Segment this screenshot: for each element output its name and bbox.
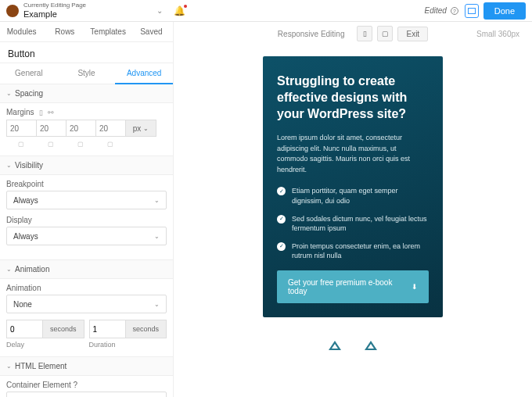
tab-saved[interactable]: Saved: [130, 22, 173, 41]
duration-label: Duration: [89, 341, 167, 349]
help-icon[interactable]: ?: [451, 7, 458, 15]
display-select[interactable]: Always⌄: [6, 227, 167, 245]
settings-sidebar: Modules Rows Templates Saved Button Gene…: [0, 22, 174, 397]
animation-select[interactable]: None⌄: [6, 295, 167, 313]
section-spacing[interactable]: ⌄Spacing: [0, 84, 173, 103]
canvas-toolbar: Responsive Editing ▯ ▢ Exit Small 360px: [174, 22, 532, 45]
margin-left-input[interactable]: [95, 120, 125, 137]
cta-button[interactable]: Get your free premium e-book today⬇: [277, 270, 429, 303]
module-title: Button: [0, 42, 173, 63]
duration-unit: seconds: [125, 320, 167, 338]
viewport-size: Small 360px: [476, 30, 519, 38]
display-label: Display: [6, 216, 167, 224]
avatar[interactable]: [6, 5, 19, 17]
help-icon[interactable]: ?: [74, 381, 78, 389]
preview-headline: Struggling to create effective designs w…: [277, 73, 429, 122]
list-item: ✓Proin tempus consectetur enim, ea lorem…: [277, 241, 429, 261]
margin-bottom-input[interactable]: [66, 120, 95, 137]
notifications-icon[interactable]: 🔔: [174, 5, 185, 16]
chevron-down-icon: ⌄: [6, 266, 12, 273]
animation-label: Animation: [6, 284, 167, 292]
subtab-advanced[interactable]: Advanced: [115, 63, 173, 84]
preview-lead: Lorem ipsum dolor sit amet, consectetur …: [277, 133, 429, 175]
preview-canvas: Responsive Editing ▯ ▢ Exit Small 360px …: [174, 22, 532, 397]
subtab-general[interactable]: General: [0, 63, 58, 84]
margin-unit-select[interactable]: px⌄: [125, 120, 156, 137]
topbar: Currently Editing Page Example ⌄ 🔔 Edite…: [0, 0, 532, 22]
container-element-select[interactable]: <div>⌄: [6, 392, 167, 397]
sub-tabs: General Style Advanced: [0, 63, 173, 84]
section-visibility[interactable]: ⌄Visibility: [0, 156, 173, 175]
layout-icon[interactable]: [465, 4, 479, 18]
margin-right-input[interactable]: [36, 120, 66, 137]
chevron-down-icon: ⌄: [6, 363, 12, 370]
section-html-element[interactable]: ⌄HTML Element: [0, 357, 173, 376]
check-icon: ✓: [277, 187, 286, 195]
logo-row: [263, 333, 443, 352]
page-name: Example: [23, 9, 86, 19]
page-title-block[interactable]: Currently Editing Page Example: [23, 2, 86, 19]
exit-button[interactable]: Exit: [397, 27, 428, 41]
tab-templates[interactable]: Templates: [87, 22, 130, 41]
device-phone-icon[interactable]: ▯: [357, 26, 372, 41]
tab-rows[interactable]: Rows: [43, 22, 86, 41]
delay-label: Delay: [6, 341, 84, 349]
check-icon: ✓: [277, 242, 286, 251]
section-animation[interactable]: ⌄Animation: [0, 260, 173, 279]
delay-unit: seconds: [42, 320, 84, 338]
chevron-down-icon[interactable]: ⌄: [156, 6, 163, 15]
check-icon: ✓: [277, 215, 286, 224]
link-icon[interactable]: ⚯: [48, 109, 54, 116]
responsive-label: Responsive Editing: [278, 30, 345, 38]
list-item: ✓Etiam porttitor, quam eget semper digni…: [277, 186, 429, 206]
delay-input[interactable]: [6, 320, 42, 338]
breakpoint-label: Breakpoint: [6, 180, 167, 188]
device-tablet-icon[interactable]: ▢: [377, 26, 393, 41]
breakpoint-select[interactable]: Always⌄: [6, 191, 167, 209]
logo-icon: [329, 341, 341, 352]
context-label: Currently Editing Page: [23, 2, 86, 9]
device-icon[interactable]: ▯: [39, 109, 43, 116]
margin-top-input[interactable]: [6, 120, 36, 137]
preview-bullets: ✓Etiam porttitor, quam eget semper digni…: [277, 186, 429, 261]
chevron-down-icon: ⌄: [6, 90, 12, 97]
download-icon: ⬇: [412, 283, 418, 291]
tab-modules[interactable]: Modules: [0, 22, 43, 41]
page-preview[interactable]: Struggling to create effective designs w…: [263, 56, 443, 317]
duration-input[interactable]: [89, 320, 125, 338]
primary-tabs: Modules Rows Templates Saved: [0, 22, 173, 42]
edited-label: Edited ?: [425, 6, 458, 15]
container-element-label: Container Element ?: [6, 381, 167, 389]
margins-label-row: Margins ▯ ⚯: [6, 108, 167, 116]
list-item: ✓Sed sodales dictum nunc, vel feugiat le…: [277, 214, 429, 234]
logo-icon: [365, 341, 377, 352]
done-button[interactable]: Done: [483, 2, 526, 20]
chevron-down-icon: ⌄: [6, 162, 12, 169]
subtab-style[interactable]: Style: [58, 63, 116, 84]
